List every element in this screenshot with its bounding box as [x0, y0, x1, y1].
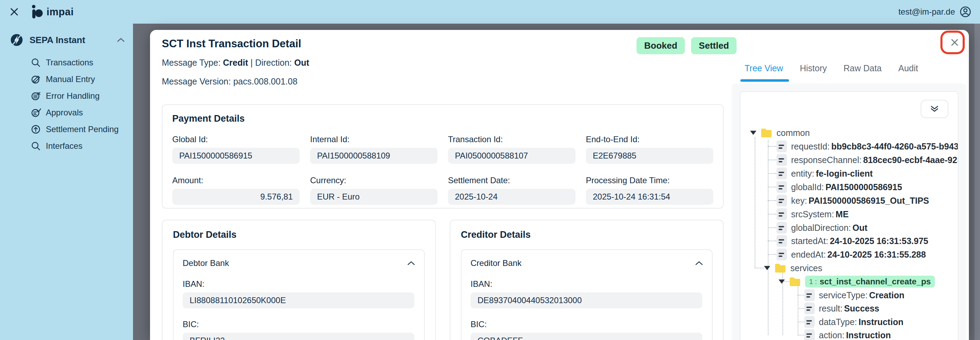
active-tab-indicator [740, 79, 789, 82]
debtor-bank-header[interactable]: Debtor Bank [183, 258, 415, 268]
debtor-iban-label: IBAN: [183, 279, 415, 289]
tree-node-startedAt[interactable]: startedAt: 24-10-2025 16:31:53.975 [776, 234, 928, 247]
tab-audit[interactable]: Audit [898, 63, 918, 73]
amount-value[interactable]: 9.576,81 [172, 189, 300, 205]
field-global-id: Global Id: PAI1500000586915 [172, 134, 300, 164]
field-end-to-end-id: End-to-End Id: E2E679885 [586, 134, 713, 164]
top-bar: impai test@im-par.de [0, 0, 980, 24]
leaf-icon [776, 181, 787, 193]
collapse-all-button[interactable] [921, 100, 948, 118]
tree-node-common[interactable]: common [750, 126, 810, 139]
tree-node-responseChannel[interactable]: responseChannel: 818cec90-ecbf-4aae-9254 [776, 153, 958, 166]
field-internal-id: Internal Id: PAI1500000588109 [310, 134, 438, 164]
field-transaction-id: Transaction Id: PAI0500000588107 [448, 134, 576, 164]
field-currency: Currency: EUR - Euro [310, 176, 438, 205]
leaf-icon [776, 249, 787, 260]
leaf-icon [804, 316, 815, 328]
dialog-close-button[interactable] [947, 35, 962, 50]
tree-node-services[interactable]: services [764, 262, 822, 275]
tree-node-action[interactable]: action: Instruction [804, 329, 891, 340]
payment-details-heading: Payment Details [172, 113, 713, 124]
tree-switcher-icon[interactable] [764, 266, 770, 270]
highlighted-node-label: 1 : sct_inst_channel_create_ps [805, 276, 935, 287]
tree-node-serviceType[interactable]: serviceType: Creation [804, 289, 904, 302]
sidebar-item-error-handling[interactable]: Error Handling [0, 88, 133, 104]
leaf-icon [776, 195, 787, 206]
tree-node-sct-inst-channel-create-ps[interactable]: 1 : sct_inst_channel_create_ps [779, 275, 935, 288]
tree-guide-line [798, 335, 804, 335]
tree-guide-line [768, 187, 776, 187]
debtor-details-card: Debtor Details Debtor Bank IBAN: LI88088… [162, 220, 436, 340]
tree-guide-line [768, 173, 776, 174]
tab-raw-data[interactable]: Raw Data [843, 63, 882, 73]
tree-switcher-icon[interactable] [779, 279, 785, 284]
search-icon [30, 141, 41, 151]
leaf-icon [804, 302, 815, 314]
sidebar-item-approvals[interactable]: Approvals [0, 104, 133, 121]
folder-icon [760, 128, 772, 138]
field-settlement-date: Settlement Date: 2025-10-24 [448, 176, 576, 205]
close-sidebar-icon[interactable] [9, 6, 19, 17]
payment-details-card: Payment Details Global Id: PAI1500000586… [162, 104, 724, 209]
tree-guide-line [768, 146, 776, 147]
tree-node-srcSystem[interactable]: srcSystem: ME [776, 208, 849, 221]
sidebar-section-sepa-instant[interactable]: SEPA Instant [10, 33, 125, 47]
creditor-bank-header[interactable]: Creditor Bank [471, 258, 703, 268]
sidebar-section-label: SEPA Instant [30, 35, 85, 46]
internal-id-value[interactable]: PAI1500000588109 [310, 148, 438, 164]
global-id-value[interactable]: PAI1500000586915 [172, 148, 300, 164]
debtor-iban-value[interactable]: LI88088110102650K000E [183, 292, 414, 308]
tree-node-entity[interactable]: entity: fe-login-client [776, 167, 873, 180]
dialog-title: SCT Inst Transaction Detail [162, 38, 301, 50]
currency-value[interactable]: EUR - Euro [310, 189, 438, 205]
user-email: test@im-par.de [898, 7, 955, 17]
tree-guide-line [798, 295, 804, 295]
tree-guide-line [768, 200, 776, 201]
tree-node-requestId[interactable]: requestId: bb9cb8c3-44f0-4260-a575-b943 [776, 140, 958, 153]
page-scrollbar[interactable] [974, 24, 980, 340]
sidebar-item-interfaces[interactable]: Interfaces [0, 138, 133, 154]
tree-node-globalDirection[interactable]: globalDirection: Out [776, 221, 867, 234]
tree-guide-line [768, 241, 776, 241]
status-badge-settled: Settled [691, 37, 737, 54]
message-type-value: Credit [223, 58, 248, 67]
message-version-value: pacs.008.001.08 [233, 77, 298, 86]
leaf-icon [776, 140, 787, 152]
leaf-icon [776, 235, 787, 247]
chevron-up-icon[interactable] [117, 38, 125, 42]
tree-node-globalId[interactable]: globalId: PAI1500000586915 [776, 180, 902, 194]
tree-node-dataType[interactable]: dataType: Instruction [804, 315, 903, 329]
field-amount: Amount: 9.576,81 [172, 176, 300, 205]
tree-node-key[interactable]: key: PAI1500000586915_Out_TIPS [776, 194, 929, 207]
status-badge-booked: Booked [636, 37, 685, 54]
message-type-direction-line: Message Type: Credit | Direction: Out [162, 58, 309, 68]
leaf-icon [804, 329, 815, 340]
tree-node-endedAt[interactable]: endedAt: 24-10-2025 16:31:55.288 [776, 248, 926, 261]
close-icon [950, 37, 960, 48]
sidebar-item-settlement-pending[interactable]: Settlement Pending [0, 121, 133, 138]
tab-tree-view[interactable]: Tree View [745, 63, 783, 73]
debtor-bic-label: BIC: [183, 319, 415, 329]
sidebar-item-transactions[interactable]: Transactions [0, 54, 133, 71]
double-chevron-down-icon [930, 105, 939, 113]
creditor-iban-value[interactable]: DE89370400440532013000 [471, 292, 702, 308]
sepa-instant-icon [10, 33, 24, 47]
debtor-bank-section: Debtor Bank IBAN: LI88088110102650K000E … [173, 249, 425, 340]
tree-guide-line [768, 140, 768, 335]
tree-guide-line [768, 214, 776, 214]
tab-history[interactable]: History [800, 63, 827, 73]
user-avatar-icon[interactable] [959, 6, 972, 18]
debtor-bic-value[interactable]: BFRILI22 [183, 333, 414, 340]
check-list-icon [30, 107, 41, 118]
tree-switcher-icon[interactable] [750, 131, 756, 135]
end-to-end-id-value[interactable]: E2E679885 [586, 148, 713, 164]
creditor-bic-value[interactable]: COBADEFF [471, 333, 702, 340]
settlement-date-value[interactable]: 2025-10-24 [448, 189, 576, 205]
tree-node-result[interactable]: result: Success [804, 302, 879, 315]
sidebar-item-label: Interfaces [46, 141, 82, 151]
tree-guide-line [798, 308, 804, 309]
sidebar-item-label: Transactions [46, 58, 94, 67]
transaction-id-value[interactable]: PAI0500000588107 [448, 148, 576, 164]
sidebar-item-manual-entry[interactable]: Manual Entry [0, 71, 133, 88]
processing-date-time-value[interactable]: 2025-10-24 16:31:54 [586, 189, 713, 205]
